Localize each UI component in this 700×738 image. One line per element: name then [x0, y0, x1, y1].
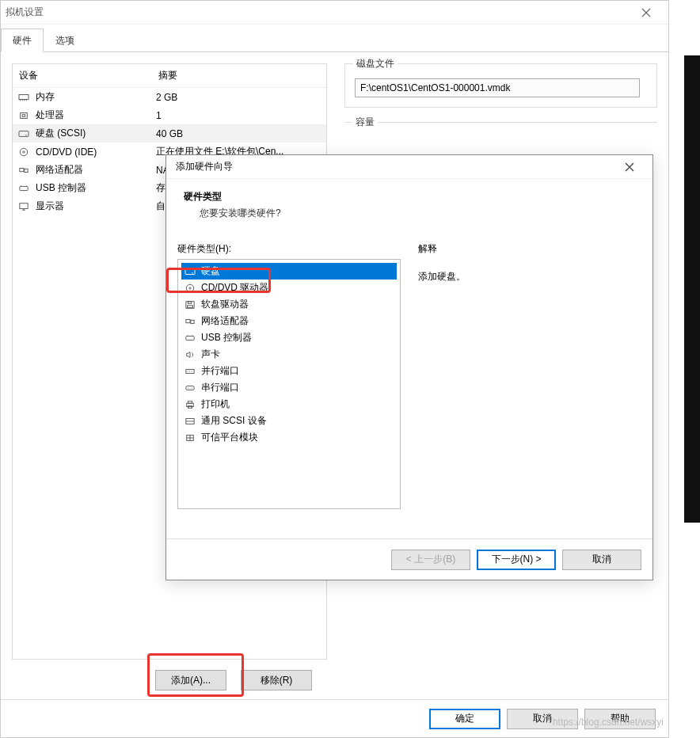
device-summary: 40 GB — [156, 128, 322, 139]
svg-rect-8 — [25, 169, 28, 172]
svg-point-14 — [189, 287, 191, 288]
hw-item-tpm[interactable]: 可信平台模块 — [181, 429, 397, 446]
tab-hardware[interactable]: 硬件 — [1, 29, 44, 52]
add-device-button[interactable]: 添加(A)... — [155, 670, 226, 690]
sound-icon — [184, 349, 196, 360]
close-button[interactable] — [630, 2, 662, 24]
svg-rect-16 — [188, 301, 191, 303]
net-icon — [184, 316, 196, 327]
disk-icon — [184, 266, 196, 277]
hw-item-label: 网络适配器 — [201, 314, 249, 328]
hw-item-label: 打印机 — [201, 398, 230, 411]
hw-item-label: 通用 SCSI 设备 — [201, 414, 267, 428]
disk-icon — [17, 128, 31, 139]
svg-point-5 — [20, 148, 27, 155]
hw-item-parallel[interactable]: 并行端口 — [181, 363, 397, 379]
svg-rect-10 — [20, 203, 28, 208]
floppy-icon — [184, 299, 196, 310]
explanation-label: 解释 — [418, 242, 638, 256]
svg-rect-9 — [20, 186, 28, 190]
next-button[interactable]: 下一步(N) > — [477, 550, 556, 570]
svg-rect-3 — [19, 131, 29, 136]
disk-file-legend: 磁盘文件 — [353, 57, 398, 70]
explanation-column: 解释 添加硬盘。 — [418, 242, 638, 509]
svg-point-24 — [189, 387, 190, 388]
hw-item-cd[interactable]: CD/DVD 驱动器 — [181, 280, 397, 296]
wizard-body: 硬件类型(H): 硬盘CD/DVD 驱动器软盘驱动器网络适配器USB 控制器声卡… — [166, 231, 652, 509]
hw-item-label: CD/DVD 驱动器 — [201, 281, 268, 295]
device-name: USB 控制器 — [36, 181, 156, 195]
hw-item-usb[interactable]: USB 控制器 — [181, 329, 397, 346]
svg-rect-7 — [20, 168, 24, 171]
svg-point-4 — [25, 135, 26, 135]
device-name: 硬盘 (SCSI) — [36, 127, 156, 140]
svg-point-23 — [188, 387, 188, 388]
wizard-subheading: 您要安装哪类硬件? — [200, 207, 635, 220]
device-name: 内存 — [36, 90, 156, 104]
wizard-cancel-button[interactable]: 取消 — [562, 550, 641, 570]
disk-file-group: 磁盘文件 F:\centOS1\CentOS1-000001.vmdk — [344, 63, 657, 108]
hw-item-floppy[interactable]: 软盘驱动器 — [181, 296, 397, 313]
svg-rect-18 — [186, 319, 190, 322]
hw-item-label: USB 控制器 — [201, 331, 252, 344]
net-icon — [17, 165, 31, 176]
parent-window-title: 拟机设置 — [6, 6, 44, 19]
watermark: https://blog.csdn.net/wsxyi — [553, 717, 664, 728]
close-icon — [641, 8, 652, 17]
device-name: 显示器 — [36, 200, 156, 213]
usb-icon — [184, 333, 196, 344]
wizard-title: 添加硬件向导 — [176, 160, 233, 173]
device-summary: 1 — [156, 110, 322, 121]
parent-title-bar: 拟机设置 — [1, 1, 668, 25]
svg-rect-2 — [22, 114, 25, 116]
device-name: 处理器 — [36, 108, 156, 122]
wizard-heading: 硬件类型 — [184, 190, 635, 204]
svg-rect-1 — [21, 112, 28, 118]
serial-icon — [184, 382, 196, 394]
memory-icon — [17, 92, 31, 103]
svg-rect-19 — [191, 320, 194, 323]
printer-icon — [184, 399, 196, 410]
svg-rect-20 — [186, 336, 194, 340]
hardware-type-list[interactable]: 硬盘CD/DVD 驱动器软盘驱动器网络适配器USB 控制器声卡并行端口串行端口打… — [177, 259, 401, 509]
hw-item-printer[interactable]: 打印机 — [181, 396, 397, 413]
device-list-header: 设备 摘要 — [13, 64, 326, 88]
hw-item-disk[interactable]: 硬盘 — [181, 263, 397, 280]
svg-rect-11 — [185, 268, 195, 274]
back-button[interactable]: < 上一步(B) — [391, 550, 470, 570]
hw-item-scsi[interactable]: 通用 SCSI 设备 — [181, 413, 397, 429]
hw-item-label: 可信平台模块 — [201, 431, 258, 444]
col-header-summary: 摘要 — [158, 69, 177, 82]
remove-device-button[interactable]: 移除(R) — [241, 670, 312, 690]
svg-point-13 — [186, 284, 193, 291]
wizard-header: 硬件类型 您要安装哪类硬件? — [166, 179, 652, 231]
display-icon — [17, 201, 31, 212]
device-row-cpu[interactable]: 处理器1 — [13, 106, 326, 124]
hardware-list-label: 硬件类型(H): — [177, 242, 401, 256]
hardware-list-column: 硬件类型(H): 硬盘CD/DVD 驱动器软盘驱动器网络适配器USB 控制器声卡… — [177, 242, 401, 509]
svg-rect-27 — [188, 401, 192, 403]
svg-rect-0 — [19, 94, 29, 99]
device-name: 网络适配器 — [36, 163, 156, 177]
hw-item-label: 软盘驱动器 — [201, 298, 249, 311]
ok-button[interactable]: 确定 — [429, 709, 500, 729]
tab-options[interactable]: 选项 — [44, 29, 86, 52]
wizard-title-bar: 添加硬件向导 — [166, 155, 652, 179]
disk-file-path[interactable]: F:\centOS1\CentOS1-000001.vmdk — [355, 78, 640, 97]
svg-rect-17 — [188, 305, 193, 307]
col-header-device: 设备 — [19, 69, 158, 82]
add-hardware-wizard: 添加硬件向导 硬件类型 您要安装哪类硬件? 硬件类型(H): 硬盘CD/DVD … — [165, 154, 653, 580]
usb-icon — [17, 183, 31, 194]
device-row-disk[interactable]: 硬盘 (SCSI)40 GB — [13, 124, 326, 143]
hw-item-sound[interactable]: 声卡 — [181, 346, 397, 363]
wizard-footer: < 上一步(B) 下一步(N) > 取消 — [166, 538, 652, 580]
hw-item-label: 硬盘 — [201, 264, 220, 278]
hw-item-serial[interactable]: 串行端口 — [181, 379, 397, 396]
hw-item-label: 并行端口 — [201, 364, 239, 378]
cpu-icon — [17, 110, 31, 121]
hw-item-net[interactable]: 网络适配器 — [181, 313, 397, 329]
device-row-memory[interactable]: 内存2 GB — [13, 88, 326, 106]
parallel-icon — [184, 366, 196, 377]
wizard-close-button[interactable] — [614, 157, 645, 177]
explanation-text: 添加硬盘。 — [418, 270, 638, 283]
